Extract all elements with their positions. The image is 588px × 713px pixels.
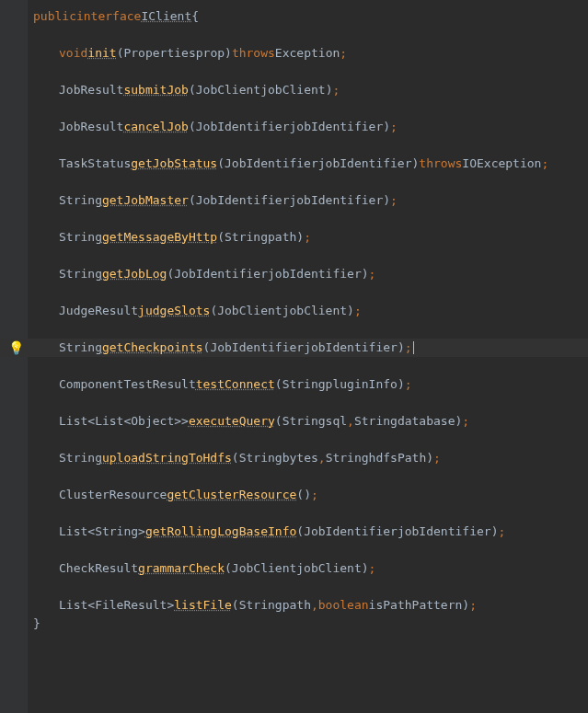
semicolon: ; — [405, 375, 412, 394]
close-brace: } — [33, 615, 40, 633]
method-name: getMessageByHttp — [102, 228, 217, 247]
code-line[interactable]: public interface IClient { — [0, 7, 588, 26]
method-name: uploadStringToHdfs — [102, 449, 232, 467]
rparen: ) — [455, 412, 463, 431]
rparen: ) — [362, 265, 369, 283]
param-name: hdfsPath — [369, 449, 427, 467]
rparen: ) — [347, 302, 354, 320]
intention-bulb-icon[interactable]: 💡 — [9, 341, 22, 354]
method-name: getJobLog — [102, 265, 167, 283]
param-type: String — [239, 596, 282, 615]
blank-line[interactable] — [0, 63, 588, 81]
code-line[interactable]: List<FileResult> listFile(String path,bo… — [0, 596, 588, 615]
blank-line[interactable] — [0, 541, 588, 559]
lparen: ( — [117, 44, 124, 63]
keyword-interface: interface — [76, 7, 141, 26]
blank-line[interactable] — [0, 578, 588, 596]
code-line[interactable]: CheckResult grammarCheck(JobClient jobCl… — [0, 559, 588, 578]
blank-line[interactable] — [0, 173, 588, 191]
param-name: database — [398, 412, 455, 431]
return-type: JudgeResult — [59, 302, 138, 320]
semicolon: ; — [433, 449, 441, 467]
param-name: jobIdentifier — [289, 118, 383, 136]
blank-line[interactable] — [0, 467, 588, 486]
param-type: JobIdentifier — [196, 118, 290, 136]
rparen: ) — [225, 44, 232, 63]
blank-line[interactable] — [0, 99, 588, 118]
param-type: JobIdentifier — [196, 191, 290, 210]
code-line[interactable]: void init(Properties prop) throws Except… — [0, 44, 588, 63]
semicolon: ; — [541, 155, 548, 173]
code-line[interactable]: List<List<Object>> executeQuery(String s… — [0, 412, 588, 431]
semicolon: ; — [354, 302, 362, 320]
rparen: ) — [412, 155, 420, 173]
code-line[interactable]: TaskStatus getJobStatus(JobIdentifier jo… — [0, 155, 588, 173]
param-name: path — [268, 228, 296, 247]
code-line[interactable]: JobResult cancelJob(JobIdentifier jobIde… — [0, 118, 588, 136]
param-name: sql — [326, 412, 347, 431]
code-line[interactable]: JobResult submitJob(JobClient jobClient)… — [0, 81, 588, 99]
param-type: String — [225, 228, 268, 247]
semicolon: ; — [390, 191, 398, 210]
rparen: ) — [296, 228, 304, 247]
comma: , — [311, 596, 318, 615]
code-body[interactable]: public interface IClient {void init(Prop… — [0, 7, 588, 633]
method-name: getRollingLogBaseInfo — [145, 523, 296, 541]
blank-line[interactable] — [0, 283, 588, 302]
code-line[interactable]: String getJobLog(JobIdentifier jobIdenti… — [0, 265, 588, 283]
return-type: String — [59, 449, 102, 467]
comma: , — [347, 412, 354, 431]
return-type: JobResult — [59, 118, 123, 136]
semicolon: ; — [369, 559, 376, 578]
code-line[interactable]: JudgeResult judgeSlots(JobClient jobClie… — [0, 302, 588, 320]
rparen: ) — [326, 81, 333, 99]
lparen: ( — [189, 191, 196, 210]
lparen: ( — [189, 81, 196, 99]
rparen: ) — [398, 375, 405, 394]
blank-line[interactable] — [0, 210, 588, 228]
code-line[interactable]: } — [0, 615, 588, 633]
return-type: List<List<Object>> — [59, 412, 189, 431]
lparen: ( — [232, 449, 239, 467]
blank-line[interactable] — [0, 357, 588, 375]
code-line[interactable]: String uploadStringToHdfs(String bytes, … — [0, 449, 588, 467]
code-line[interactable]: ClusterResource getClusterResource(); — [0, 486, 588, 504]
code-line[interactable]: String getMessageByHttp(String path); — [0, 228, 588, 247]
rparen: ) — [362, 559, 369, 578]
keyword-public: public — [33, 7, 76, 26]
blank-line[interactable] — [0, 394, 588, 412]
blank-line[interactable] — [0, 504, 588, 523]
blank-line[interactable] — [0, 136, 588, 155]
rparen: ) — [383, 191, 390, 210]
blank-line[interactable] — [0, 431, 588, 449]
param-type: Properties — [123, 44, 195, 63]
return-type: String — [59, 265, 102, 283]
semicolon: ; — [304, 228, 311, 247]
param-name: prop — [196, 44, 225, 63]
blank-line[interactable] — [0, 247, 588, 265]
return-type: List<String> — [59, 523, 145, 541]
method-name: getJobMaster — [102, 191, 189, 210]
comma: , — [318, 449, 326, 467]
return-type: ClusterResource — [59, 486, 167, 504]
param-name: jobClient — [296, 559, 361, 578]
method-name: submitJob — [123, 81, 188, 99]
lparen: ( — [296, 523, 304, 541]
param-name: pluginInfo — [326, 375, 398, 394]
return-type: ComponentTestResult — [59, 375, 196, 394]
semicolon: ; — [311, 486, 318, 504]
semicolon: ; — [340, 44, 347, 63]
code-line[interactable]: 💡String getCheckpoints(JobIdentifier job… — [0, 339, 588, 357]
method-name: getClusterResource — [167, 486, 296, 504]
code-line[interactable]: List<String> getRollingLogBaseInfo(JobId… — [0, 523, 588, 541]
param-type: JobClient — [232, 559, 296, 578]
code-line[interactable]: String getJobMaster(JobIdentifier jobIde… — [0, 191, 588, 210]
blank-line[interactable] — [0, 320, 588, 339]
param-type: String — [354, 412, 398, 431]
code-editor[interactable]: public interface IClient {void init(Prop… — [0, 0, 588, 713]
blank-line[interactable] — [0, 26, 588, 44]
param-name: jobClient — [260, 81, 325, 99]
method-name: grammarCheck — [138, 559, 225, 578]
code-line[interactable]: ComponentTestResult testConnect(String p… — [0, 375, 588, 394]
param-type: JobClient — [196, 81, 260, 99]
